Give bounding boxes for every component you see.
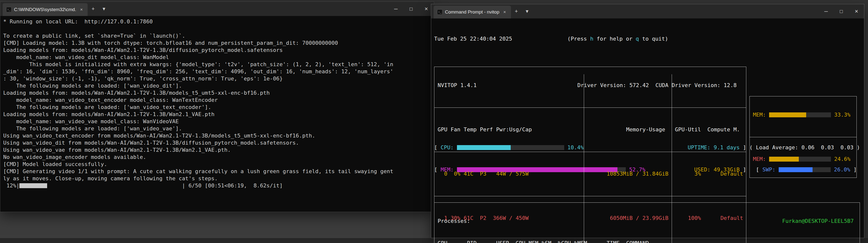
maximize-button[interactable]: □ — [834, 4, 849, 19]
terminal-line: model_name: wan_video_dit model_class: W… — [3, 54, 431, 61]
nvitop-output[interactable]: Tue Feb 25 22:40:04 2025 (Press h for he… — [431, 19, 864, 243]
minimize-button[interactable]: ─ — [818, 4, 834, 19]
cmd-terminal-output[interactable]: * Running on local URL: http://127.0.0.1… — [0, 16, 434, 191]
terminal-line: The following models are loaded: ['wan_v… — [3, 104, 431, 111]
window-controls: ─ □ × — [388, 2, 434, 16]
terminal-line — [3, 25, 431, 32]
divider — [750, 133, 857, 141]
gauge-bar — [769, 112, 831, 117]
terminal-line: : 30, 'window_size': (-1, -1), 'qk_norm'… — [3, 75, 431, 82]
terminal-line: 12%|| 6/50 [00:51<06:19, 8.62s/it] — [3, 182, 431, 189]
gpu-mem-gauge-panel: MEM: 33.3% MEM: 24.6% — [749, 96, 857, 178]
terminal-line: Using wan_video_text_encoder from models… — [3, 132, 431, 139]
gpu1-mem-gauge: MEM: 24.6% — [750, 156, 857, 163]
terminal-line: [CMD] Loading model: 1.3B with torch dty… — [3, 39, 431, 47]
terminal-line: _dim': 16, 'dim': 1536, 'ffn_dim': 8960,… — [3, 68, 431, 75]
terminal-line: The following models are loaded: ['wan_v… — [3, 82, 431, 89]
gpu0-row: 0 0% 41C P3 44W / 575W 10853MiB / 31.84G… — [434, 170, 746, 178]
gpu-panel-title: NVITOP 1.4.1 Driver Version: 572.42 CUDA… — [434, 82, 746, 89]
terminal-line: Using wan_video_vae from models/Wan-AI/W… — [3, 146, 431, 154]
gpu1-row: 1 30% 61C P2 366W / 450W 6050MiB / 23.99… — [434, 214, 746, 222]
nvitop-clock-line: Tue Feb 25 22:40:04 2025 (Press h for he… — [434, 35, 861, 43]
tab-title: Command Prompt - nvitop — [445, 9, 499, 15]
minimize-button[interactable]: ─ — [388, 2, 403, 16]
divider — [434, 104, 746, 111]
new-tab-button[interactable]: + — [88, 2, 98, 16]
tab-close-button[interactable]: × — [502, 9, 507, 15]
gpu0-mem-gauge: MEM: 33.3% — [750, 111, 857, 118]
terminal-line: [CMD] Model loaded successfully. — [3, 161, 431, 168]
tab-dropdown-button[interactable]: ▾ — [98, 2, 109, 16]
cmd-titlebar[interactable]: ›_ C:\WINDOWS\system32\cmd. × + ▾ ─ □ × — [0, 2, 434, 16]
tab-dropdown-button[interactable]: ▾ — [522, 4, 532, 19]
maximize-button[interactable]: □ — [403, 2, 418, 16]
terminal-line: model_name: wan_video_text_encoder model… — [3, 97, 431, 104]
nvitop-device-area: NVITOP 1.4.1 Driver Version: 572.42 CUDA… — [434, 66, 861, 119]
terminal-line: Using wan_video_dit from models/Wan-AI/W… — [3, 139, 431, 146]
terminal-line: Loading models from: models/Wan-AI/Wan2.… — [3, 111, 431, 118]
tab-title: C:\WINDOWS\system32\cmd. — [14, 7, 76, 12]
divider — [434, 148, 746, 156]
tab-cmd[interactable]: ›_ C:\WINDOWS\system32\cmd. × — [3, 3, 88, 16]
nvitop-terminal-window: ›_ Command Prompt - nvitop × + ▾ ─ □ × T… — [431, 4, 864, 238]
divider — [434, 192, 746, 200]
gauge-bar — [20, 183, 182, 188]
terminal-line: ly as it moves. Close-up, moving camera … — [3, 175, 431, 182]
terminal-line: Loading models from: models/Wan-AI/Wan2.… — [3, 47, 431, 54]
terminal-line: To create a public link, set `share=True… — [3, 32, 431, 39]
cmd-icon: ›_ — [6, 7, 11, 12]
close-button[interactable]: × — [849, 4, 864, 19]
terminal-line: Loading models from: models/Wan-AI/Wan2.… — [3, 89, 431, 97]
cmd-terminal-window: ›_ C:\WINDOWS\system32\cmd. × + ▾ ─ □ × … — [0, 1, 434, 212]
gpu-panel: NVITOP 1.4.1 Driver Version: 572.42 CUDA… — [434, 66, 746, 243]
gauge-bar — [769, 157, 831, 162]
column-divider — [672, 74, 672, 243]
tab-close-button[interactable]: × — [79, 6, 84, 13]
new-tab-button[interactable]: + — [511, 4, 522, 19]
terminal-line: * Running on local URL: http://127.0.0.1… — [3, 18, 431, 25]
tab-nvitop[interactable]: ›_ Command Prompt - nvitop × — [434, 6, 511, 19]
terminal-line: This model is initialized with extra kwa… — [3, 61, 431, 68]
terminal-line: [CMD] Generating video 1/1 with prompt: … — [3, 168, 431, 175]
window-controls: ─ □ × — [818, 4, 864, 19]
terminal-line: The following models are loaded: ['wan_v… — [3, 125, 431, 132]
gpu-panel-header: GPU Fan Temp Perf Pwr:Usg/Cap Memory-Usa… — [434, 126, 746, 133]
terminal-line: No wan_video_image_encoder models availa… — [3, 154, 431, 161]
cmd-icon: ›_ — [437, 9, 442, 15]
terminal-line: model_name: wan_video_vae model_class: W… — [3, 118, 431, 125]
nvitop-titlebar[interactable]: ›_ Command Prompt - nvitop × + ▾ ─ □ × — [431, 4, 864, 19]
